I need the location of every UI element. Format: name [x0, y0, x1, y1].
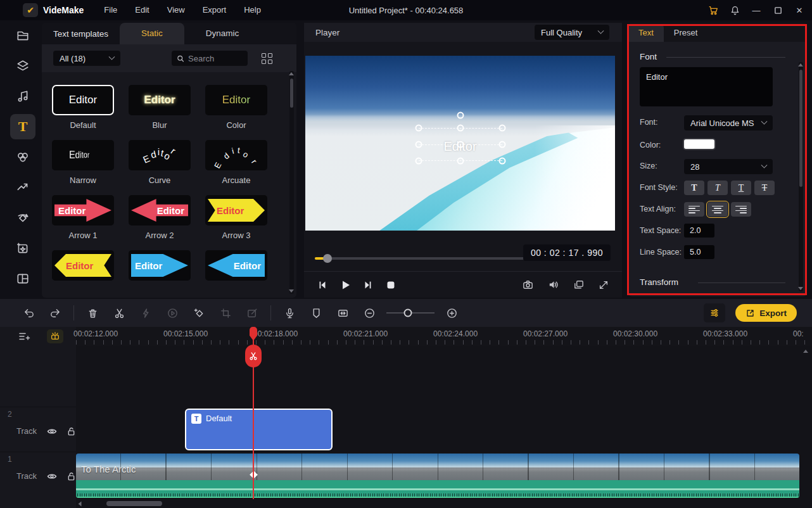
scroll-left-arrow[interactable] — [79, 501, 82, 506]
edit-canvas-icon[interactable] — [241, 303, 263, 322]
align-left-button[interactable] — [684, 202, 704, 217]
template-card-arrow2[interactable]: Editor Arrow 2 — [129, 195, 191, 241]
resize-handle[interactable] — [415, 125, 422, 132]
search-box[interactable] — [172, 51, 248, 66]
video-preview[interactable]: Editor — [305, 56, 615, 231]
pip-icon[interactable] — [570, 277, 587, 293]
align-right-button[interactable] — [731, 202, 751, 217]
timeline-tracks-area[interactable]: T Default To The Arctic — [76, 346, 812, 508]
track-visibility-icon[interactable] — [47, 428, 57, 435]
underline-button[interactable]: T — [731, 181, 751, 195]
close-icon[interactable]: ✕ — [792, 3, 807, 18]
delete-icon[interactable] — [82, 303, 103, 322]
tab-static[interactable]: Static — [120, 23, 184, 44]
playhead-cut-badge[interactable] — [245, 345, 262, 367]
quality-dropdown[interactable]: Full Quality — [535, 25, 609, 40]
text-clip-default[interactable]: T Default — [185, 409, 333, 450]
menu-view[interactable]: View — [158, 0, 194, 20]
sidebar-item-text[interactable]: T — [10, 114, 35, 139]
resize-handle[interactable] — [415, 158, 422, 165]
track-visibility-icon[interactable] — [47, 473, 57, 480]
template-card-narrow[interactable]: Editor Narrow — [52, 140, 114, 186]
sidebar-item-elements[interactable] — [10, 236, 35, 261]
template-card-default[interactable]: Editor Default — [52, 85, 114, 130]
sidebar-item-transitions[interactable] — [10, 175, 35, 200]
menu-edit[interactable]: Edit — [126, 0, 158, 20]
maximize-icon[interactable] — [770, 3, 785, 18]
timeline-zoom-slider[interactable] — [386, 312, 435, 314]
zoom-out-icon[interactable] — [358, 303, 380, 322]
sidebar-item-effects[interactable] — [10, 205, 35, 231]
sidebar-item-audio[interactable] — [10, 84, 35, 109]
timeline-hscrollbar[interactable] — [76, 500, 812, 507]
properties-scrollbar[interactable] — [799, 62, 803, 291]
marker-icon[interactable] — [305, 303, 327, 322]
text-content-input[interactable]: Editor — [640, 67, 773, 106]
timeline-ruler[interactable]: 00:02:12.000 00:02:15.000 00:02:18.000 0… — [76, 327, 812, 346]
speed-icon[interactable] — [135, 303, 156, 322]
color-swatch[interactable] — [684, 139, 714, 149]
tab-text[interactable]: Text — [628, 24, 664, 42]
fit-timeline-icon[interactable] — [332, 303, 353, 322]
playback-progress-bar[interactable] — [315, 257, 526, 260]
next-frame-icon[interactable] — [360, 277, 376, 293]
size-dropdown[interactable]: 28 — [684, 159, 773, 174]
resize-handle[interactable] — [498, 158, 505, 165]
resize-handle[interactable] — [457, 125, 464, 132]
hscroll-thumb[interactable] — [106, 501, 162, 506]
resize-handle[interactable] — [498, 141, 505, 148]
sidebar-item-media[interactable] — [10, 23, 35, 48]
sidebar-item-splitscreen[interactable] — [10, 266, 35, 291]
timeline-vscroll-up-arrow[interactable] — [803, 350, 808, 353]
category-dropdown[interactable]: All (18) — [53, 51, 120, 66]
zoom-slider-knob[interactable] — [404, 309, 412, 317]
menu-file[interactable]: File — [95, 0, 126, 20]
template-card-arcuate[interactable]: Editor Arcuate — [205, 140, 267, 186]
text-space-input[interactable]: 2.0 — [684, 224, 714, 238]
resize-handle[interactable] — [457, 158, 464, 165]
template-card-color[interactable]: Editor Color — [205, 85, 267, 130]
template-card-arrow1[interactable]: Editor Arrow 1 — [52, 195, 114, 241]
tab-dynamic[interactable]: Dynamic — [184, 23, 261, 44]
undo-icon[interactable] — [18, 303, 39, 322]
templates-scrollbar[interactable] — [289, 71, 294, 294]
align-center-button[interactable] — [707, 202, 728, 217]
cut-icon[interactable] — [108, 303, 130, 322]
snapshot-icon[interactable] — [519, 277, 536, 293]
search-input[interactable] — [188, 54, 243, 63]
track-lock-icon[interactable] — [67, 427, 75, 436]
grid-view-icon[interactable] — [262, 53, 272, 64]
stop-icon[interactable] — [383, 277, 399, 293]
record-voiceover-icon[interactable] — [279, 303, 300, 322]
play-icon[interactable] — [337, 277, 353, 293]
zoom-in-icon[interactable] — [441, 303, 462, 322]
strikethrough-button[interactable]: T — [754, 181, 775, 195]
bold-button[interactable]: T — [684, 181, 704, 195]
resize-handle[interactable] — [498, 125, 505, 132]
template-card-arrow6[interactable]: Editor — [205, 250, 267, 296]
cart-icon[interactable] — [706, 3, 721, 18]
template-card-arrow5[interactable]: Editor — [129, 250, 191, 296]
crop-icon[interactable] — [215, 303, 236, 322]
export-button[interactable]: Export — [735, 304, 797, 322]
sidebar-item-stock[interactable] — [10, 53, 35, 79]
menu-help[interactable]: Help — [235, 0, 270, 20]
keyframe-icon[interactable] — [188, 303, 210, 322]
line-space-input[interactable]: 5.0 — [684, 245, 714, 259]
export-settings-icon[interactable] — [704, 303, 725, 322]
text-selection-overlay[interactable]: Editor — [419, 128, 502, 161]
sidebar-item-filters[interactable] — [10, 144, 35, 170]
add-track-icon[interactable] — [18, 330, 30, 343]
progress-knob[interactable] — [323, 254, 332, 263]
tab-preset[interactable]: Preset — [664, 24, 708, 42]
redo-icon[interactable] — [44, 303, 66, 322]
magnetic-timeline-icon[interactable] — [47, 329, 63, 343]
video-clip[interactable]: To The Arctic — [76, 454, 799, 498]
font-family-dropdown[interactable]: Arial Unicode MS — [684, 115, 773, 130]
prev-frame-icon[interactable] — [314, 277, 331, 293]
bell-icon[interactable] — [727, 3, 742, 18]
template-card-blur[interactable]: Editor Blur — [129, 85, 191, 130]
resize-handle[interactable] — [415, 141, 422, 148]
template-card-curve[interactable]: Editor Curve — [129, 140, 191, 186]
play-speed-icon[interactable] — [162, 303, 183, 322]
